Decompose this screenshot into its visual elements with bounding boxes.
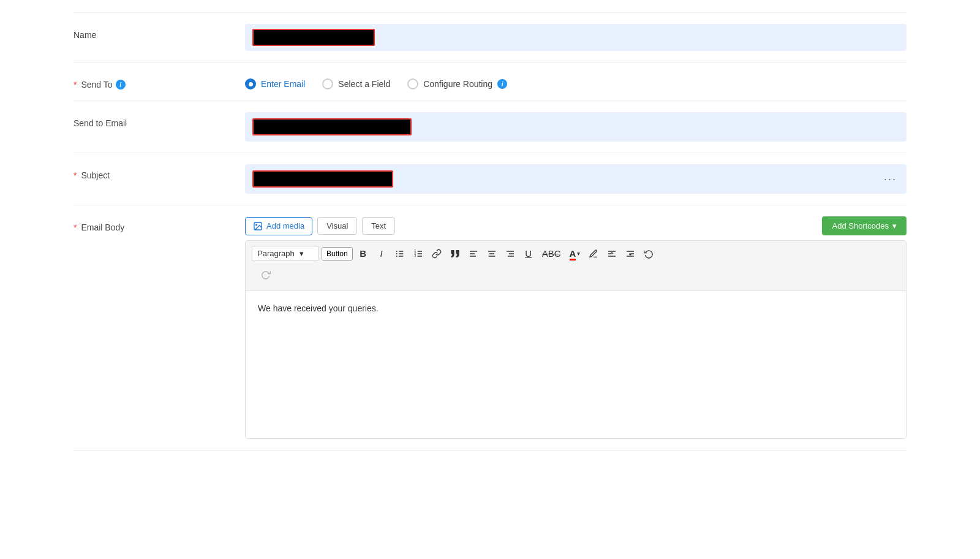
text-tab-button[interactable]: Text — [362, 217, 395, 235]
italic-button[interactable]: I — [374, 246, 390, 261]
strikethrough-icon: ABC — [542, 248, 561, 259]
name-input-bg — [245, 24, 907, 51]
outdent-button[interactable] — [622, 246, 638, 261]
add-shortcodes-label: Add Shortcodes — [832, 221, 889, 230]
align-left-icon — [469, 249, 478, 259]
name-row: Name — [74, 12, 907, 63]
send-to-options: Enter Email Select a Field Configure Rou… — [245, 74, 907, 89]
editor-wrapper: Paragraph ▾ Button B I — [245, 240, 907, 439]
indent-button[interactable] — [604, 246, 620, 261]
radio-configure-routing[interactable]: Configure Routing i — [407, 78, 507, 89]
align-right-button[interactable] — [502, 246, 518, 261]
indent-icon — [607, 249, 617, 259]
radio-select-field-label: Select a Field — [338, 79, 390, 89]
form-container: Name * Send To i Enter Email Select a Fi… — [49, 0, 931, 463]
send-to-email-bg — [245, 112, 907, 142]
underline-button[interactable]: U — [521, 246, 537, 261]
unordered-list-button[interactable] — [392, 246, 408, 261]
email-body-required-marker: * — [74, 222, 77, 232]
align-center-icon — [487, 249, 497, 259]
subject-redacted — [252, 170, 393, 188]
radio-group: Enter Email Select a Field Configure Rou… — [245, 74, 907, 89]
text-color-chevron-icon: ▾ — [577, 250, 580, 257]
subject-required-marker: * — [74, 170, 77, 180]
add-media-button[interactable]: Add media — [245, 217, 312, 235]
paragraph-chevron-icon: ▾ — [300, 249, 304, 258]
radio-select-field-circle — [322, 78, 333, 89]
name-label-text: Name — [74, 30, 96, 40]
redo-button[interactable] — [258, 267, 274, 282]
send-to-info-icon[interactable]: i — [116, 80, 126, 89]
radio-enter-email-circle — [245, 78, 256, 89]
subject-more-options-button[interactable]: ··· — [881, 173, 899, 186]
visual-tab-label: Visual — [326, 221, 348, 230]
send-to-email-content — [245, 112, 907, 142]
email-body-row: * Email Body Add media Visual — [74, 205, 907, 451]
editor-content-area[interactable]: We have received your queries. — [246, 291, 906, 438]
name-field-wrapper — [245, 24, 907, 51]
toolbar-left-buttons: Add media Visual Text — [245, 217, 395, 235]
paragraph-format-select[interactable]: Paragraph ▾ — [252, 246, 319, 261]
radio-configure-routing-label: Configure Routing — [423, 79, 492, 89]
strikethrough-button[interactable]: ABC — [539, 246, 564, 261]
redo-icon — [261, 270, 271, 280]
subject-row: * Subject ··· — [74, 153, 907, 205]
subject-label-text: Subject — [81, 170, 110, 180]
radio-enter-email[interactable]: Enter Email — [245, 78, 305, 89]
pencil-icon — [589, 249, 598, 259]
button-badge-btn[interactable]: Button — [322, 247, 353, 260]
send-to-row: * Send To i Enter Email Select a Field C… — [74, 63, 907, 101]
visual-tab-button[interactable]: Visual — [317, 217, 357, 235]
radio-enter-email-label: Enter Email — [261, 79, 305, 89]
send-to-email-label-text: Send to Email — [74, 118, 127, 128]
send-to-email-row: Send to Email — [74, 101, 907, 153]
radio-select-field[interactable]: Select a Field — [322, 78, 390, 89]
text-color-button[interactable]: A ▾ — [567, 246, 584, 261]
ordered-list-button[interactable]: 1 2 3 — [410, 246, 426, 261]
svg-point-7 — [396, 256, 397, 257]
svg-text:3: 3 — [414, 254, 416, 257]
button-badge-label: Button — [326, 249, 348, 258]
align-right-icon — [505, 249, 515, 259]
email-body-top-toolbar: Add media Visual Text Add Shortcodes ▾ — [245, 216, 907, 235]
toolbar-row-1: Paragraph ▾ Button B I — [252, 246, 900, 261]
subject-label: * Subject — [74, 164, 245, 180]
align-center-button[interactable] — [484, 246, 500, 261]
link-button[interactable] — [429, 246, 445, 261]
send-to-required-marker: * — [74, 80, 77, 89]
name-label: Name — [74, 24, 245, 40]
toolbar-row-2 — [252, 265, 900, 286]
add-media-label: Add media — [266, 221, 304, 230]
italic-icon: I — [380, 248, 383, 259]
editor-body-text: We have received your queries. — [258, 303, 894, 313]
undo-icon — [644, 249, 654, 259]
align-left-button[interactable] — [466, 246, 481, 261]
add-shortcodes-chevron-icon: ▾ — [892, 221, 897, 230]
email-body-label-text: Email Body — [81, 222, 124, 232]
name-redacted — [252, 29, 375, 46]
add-shortcodes-button[interactable]: Add Shortcodes ▾ — [822, 216, 907, 235]
clear-formatting-button[interactable] — [586, 246, 601, 261]
bold-button[interactable]: B — [355, 246, 371, 261]
blockquote-icon — [450, 249, 460, 259]
blockquote-button[interactable] — [447, 246, 463, 261]
ul-icon — [395, 249, 405, 259]
radio-configure-routing-circle — [407, 78, 418, 89]
ol-icon: 1 2 3 — [413, 249, 423, 259]
link-icon — [432, 249, 442, 259]
editor-toolbar: Paragraph ▾ Button B I — [246, 241, 906, 291]
email-body-label: * Email Body — [74, 216, 245, 232]
send-to-label: * Send To i — [74, 74, 245, 89]
undo-button[interactable] — [641, 246, 657, 261]
text-color-icon: A — [570, 248, 576, 259]
svg-point-1 — [256, 224, 257, 225]
svg-point-6 — [396, 253, 397, 254]
subject-content: ··· — [245, 164, 907, 194]
outdent-icon — [625, 249, 635, 259]
add-media-icon — [253, 221, 263, 231]
bold-icon: B — [360, 248, 366, 259]
email-body-content: Add media Visual Text Add Shortcodes ▾ — [245, 216, 907, 439]
subject-bg: ··· — [245, 164, 907, 194]
configure-routing-info-icon[interactable]: i — [497, 79, 507, 89]
send-to-email-redacted — [252, 118, 412, 135]
